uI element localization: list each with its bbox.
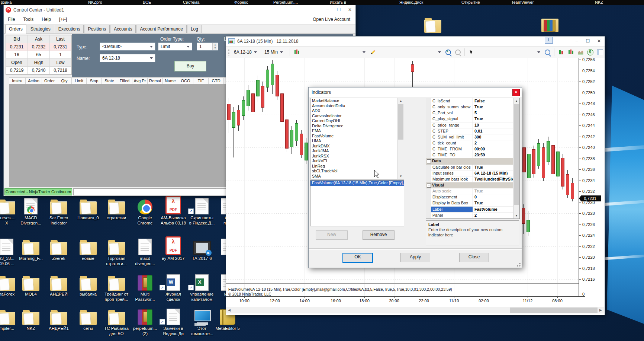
indicator-list-item[interactable]: FastVolume bbox=[310, 134, 404, 139]
indicator-properties-grid[interactable]: ▲ ▼ C_isSendFalseC_only_summ_showTrueC_P… bbox=[426, 98, 520, 219]
dialog-titlebar[interactable]: Indicators bbox=[309, 87, 522, 97]
desktop-icon[interactable]: Zverek bbox=[45, 237, 73, 261]
property-value[interactable]: 300 bbox=[473, 134, 519, 140]
column-header-avgpr[interactable]: Avg Pr bbox=[132, 78, 148, 84]
indicator-list-item[interactable]: HMA bbox=[310, 138, 404, 144]
minimize-button[interactable]: – bbox=[322, 6, 333, 14]
desktop-icon[interactable]: perpetuum...(2) bbox=[131, 307, 159, 336]
bookmark-item[interactable]: Система bbox=[183, 0, 199, 5]
desktop-icon[interactable]: Sar Forexindicator bbox=[45, 197, 73, 226]
desktop-icon[interactable]: ТС Рыбалкадля БО bbox=[102, 307, 131, 336]
property-value[interactable]: 2 bbox=[473, 213, 519, 218]
order-type-dropdown[interactable]: Limit bbox=[158, 42, 192, 51]
property-row[interactable]: Auto scaleTrue bbox=[426, 188, 519, 194]
scroll-right-button[interactable]: ▶ bbox=[598, 307, 604, 313]
bookmark-item[interactable]: Яндекс.Диск bbox=[399, 0, 423, 5]
property-value[interactable]: 0,01 bbox=[473, 128, 519, 134]
property-row[interactable]: Display in Data BoxTrue bbox=[426, 200, 519, 206]
desktop-icon[interactable]: Торговаястратеги... bbox=[102, 237, 131, 266]
available-indicators-list[interactable]: MarketBalanceAccumulatedDeltaADXCanvasIn… bbox=[310, 98, 404, 179]
column-header-name[interactable]: Name bbox=[163, 78, 178, 84]
property-row[interactable]: C_TIME_TO23:59 bbox=[426, 152, 519, 158]
property-value[interactable]: 10 bbox=[473, 122, 519, 128]
indicator-list-item[interactable]: CurrentDayOHL bbox=[310, 118, 404, 124]
buy-button[interactable]: Buy bbox=[174, 61, 206, 71]
interval-dropdown[interactable]: 15 Min bbox=[262, 48, 288, 56]
control-center-titlebar[interactable]: Control Center - Untitled1 – ☐ ✕ bbox=[4, 5, 355, 15]
property-value[interactable]: 0 bbox=[473, 194, 519, 200]
cursor-button[interactable] bbox=[467, 48, 476, 56]
desktop-icon[interactable]: Этоткомпьюте... bbox=[188, 307, 216, 336]
account-data-button[interactable]: $ bbox=[585, 48, 595, 56]
column-header-tif[interactable]: TIF bbox=[193, 78, 209, 84]
configured-indicators-list[interactable]: FastVolume(6A 12-18 (15 Min),True,Color … bbox=[310, 180, 404, 226]
property-row[interactable]: C_SUM_vol_limit300 bbox=[426, 134, 519, 140]
column-header-state[interactable]: State bbox=[102, 78, 117, 84]
indicator-list-item[interactable]: SMA bbox=[310, 174, 404, 179]
desktop-icon[interactable]: macddivergen... bbox=[131, 237, 159, 266]
property-row[interactable]: Panel2 bbox=[426, 213, 519, 219]
desktop-icon[interactable]: MACDDivergen... bbox=[17, 197, 45, 226]
column-header-order[interactable]: Order bbox=[42, 78, 57, 84]
open-live-account-link[interactable]: Open Live Account bbox=[313, 17, 355, 22]
desktop-icon[interactable]: λPDFАМ-ВыпискаАльфа 03,18 bbox=[159, 197, 187, 226]
bookmark-item[interactable]: NKZpro bbox=[88, 0, 102, 5]
desktop-icon[interactable]: GoogleChrome bbox=[131, 197, 159, 226]
section-collapse-icon[interactable]: − bbox=[426, 158, 431, 164]
chart-style-button[interactable] bbox=[292, 48, 302, 56]
drawing-tools-button[interactable] bbox=[368, 48, 377, 56]
column-header-remai[interactable]: Remai bbox=[148, 78, 163, 84]
desktop-icon[interactable]: Трейдинг отпроп-трей... bbox=[102, 273, 131, 302]
spinner-arrows-icon[interactable]: ▲▼ bbox=[212, 43, 218, 50]
bookmark-item[interactable]: NKZ bbox=[595, 0, 603, 5]
property-row[interactable]: C_price_range10 bbox=[426, 122, 519, 128]
bookmark-item[interactable]: Искать в bbox=[330, 0, 346, 5]
bookmark-item[interactable]: Открытие bbox=[461, 0, 480, 5]
desktop-icon[interactable]: Morning_F... bbox=[17, 237, 45, 261]
property-value[interactable]: TwoHundredFiftySix bbox=[473, 176, 519, 182]
close-button[interactable]: ✕ bbox=[344, 6, 355, 14]
desktop-icon[interactable]: MQL4 bbox=[17, 273, 45, 297]
menu-item-file[interactable]: File bbox=[4, 17, 19, 22]
desktop-icon[interactable]: ТА 2017-6 bbox=[188, 237, 216, 261]
bookmark-item[interactable]: ВСЕ bbox=[143, 0, 151, 5]
property-row[interactable]: Input series6A 12-18 (15 Min) bbox=[426, 170, 519, 176]
scrollbar-thumb[interactable] bbox=[514, 104, 519, 205]
property-row[interactable]: C_tick_count2 bbox=[426, 140, 519, 146]
property-section-visual[interactable]: −Visual bbox=[426, 182, 519, 188]
zoom-in-button[interactable]: + bbox=[443, 48, 453, 56]
toolbar-grip[interactable] bbox=[228, 49, 229, 55]
zoom-window-button[interactable] bbox=[542, 48, 552, 56]
scroll-left-button[interactable]: ◀ bbox=[226, 307, 232, 313]
bookmark-item[interactable]: рзина bbox=[1, 0, 12, 5]
desktop-icon[interactable]: λPDFву AM 2017 bbox=[159, 237, 187, 261]
column-header-filled[interactable]: Filled bbox=[117, 78, 132, 84]
column-header-action[interactable]: Action bbox=[26, 78, 42, 84]
indicator-list-item[interactable]: LinReg bbox=[310, 164, 404, 169]
apply-button[interactable]: Apply bbox=[400, 253, 430, 262]
remove-button[interactable]: Remove bbox=[363, 230, 395, 240]
ok-button[interactable]: OK bbox=[342, 253, 373, 263]
tab-account-performance[interactable]: Account Performance bbox=[136, 25, 186, 33]
scrollbar-thumb[interactable] bbox=[398, 104, 403, 140]
indicator-list-item[interactable]: Delta Divergence bbox=[310, 124, 404, 129]
property-value[interactable]: 5 bbox=[473, 110, 519, 116]
property-section-data[interactable]: −Data bbox=[426, 158, 519, 164]
property-row[interactable]: C_play_signalTrue bbox=[426, 116, 519, 122]
chart-trader-button[interactable] bbox=[566, 48, 576, 56]
scroll-up-icon[interactable]: ▲ bbox=[398, 98, 404, 104]
property-row[interactable]: Displacement0 bbox=[426, 194, 519, 200]
tab-executions[interactable]: Executions bbox=[55, 25, 84, 33]
desktop-icon[interactable]: сеты bbox=[74, 307, 102, 331]
tab-log[interactable]: Log bbox=[187, 25, 202, 33]
desktop-icon[interactable]: MultiPasswor... bbox=[131, 273, 159, 302]
bookmark-item[interactable]: Perpetuum.... bbox=[273, 0, 298, 5]
close-icon[interactable]: ✕ bbox=[512, 89, 520, 96]
desktop-icon[interactable]: ↗Заметки вЯндекс.Ди bbox=[159, 307, 187, 336]
market-analyzer-button[interactable] bbox=[556, 48, 566, 56]
menu-item-help[interactable]: Help bbox=[38, 17, 55, 22]
property-value[interactable]: 2 bbox=[473, 140, 519, 146]
close-button[interactable]: ✕ bbox=[593, 37, 605, 45]
instrument-dropdown[interactable]: 6A 12-18 bbox=[231, 48, 262, 56]
property-row[interactable]: LabelFastVolume bbox=[426, 207, 519, 213]
